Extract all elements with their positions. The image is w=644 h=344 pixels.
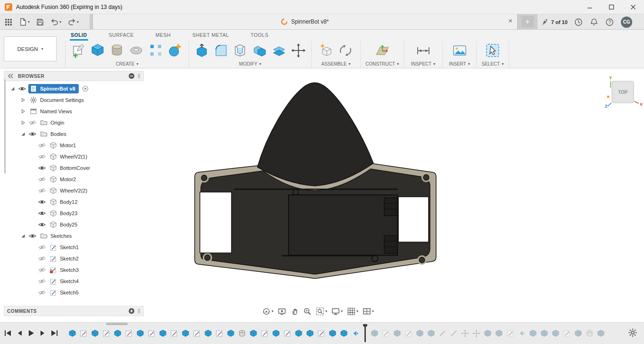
insert-canvas-icon[interactable] xyxy=(452,43,467,58)
marker-handle[interactable] xyxy=(363,324,367,327)
zoom-icon[interactable] xyxy=(303,307,312,316)
timeline-feature-extrude[interactable] xyxy=(204,329,212,337)
step-back-button[interactable] xyxy=(17,330,23,336)
browser-row[interactable]: Motor1 xyxy=(4,140,144,151)
timeline-feature-extrude-rolled[interactable] xyxy=(529,329,537,337)
save-icon[interactable] xyxy=(36,18,44,26)
select-dropdown[interactable]: SELECT▾ xyxy=(482,60,504,68)
press-pull-icon[interactable] xyxy=(194,43,209,58)
modify-dropdown[interactable]: MODIFY▾ xyxy=(239,60,261,68)
timeline-feature-extrude-rolled[interactable] xyxy=(597,329,605,337)
timeline-feature-extrude[interactable] xyxy=(295,329,303,337)
fillet-icon[interactable] xyxy=(214,43,229,58)
timeline-feature-sketch[interactable] xyxy=(261,329,269,337)
browser-row[interactable]: Origin xyxy=(4,117,144,128)
redo-icon[interactable]: ▾ xyxy=(68,18,79,26)
new-component-icon[interactable] xyxy=(319,43,334,58)
workspace-selector[interactable]: DESIGN ▾ xyxy=(4,36,57,61)
browser-row[interactable]: Body25 xyxy=(4,219,144,230)
visibility-eye-icon[interactable] xyxy=(18,85,26,92)
collapse-icon[interactable] xyxy=(20,234,26,238)
browser-row[interactable]: Body12 xyxy=(4,196,144,208)
offset-face-icon[interactable] xyxy=(272,43,287,58)
visibility-eye-icon[interactable] xyxy=(28,131,37,137)
close-tab-icon[interactable]: × xyxy=(508,17,512,24)
viewcube-face-label[interactable]: TOP xyxy=(618,90,628,95)
active-document-tab[interactable]: SpinnerBot v8* × xyxy=(92,14,518,29)
timeline-feature-line-rolled[interactable] xyxy=(438,329,446,337)
shell-icon[interactable] xyxy=(233,43,248,58)
go-to-end-button[interactable] xyxy=(50,330,58,336)
minus-circle-icon[interactable] xyxy=(128,73,135,79)
expand-icon[interactable] xyxy=(20,109,26,114)
visibility-eye-icon[interactable] xyxy=(38,210,46,217)
browser-row[interactable]: Named Views xyxy=(4,106,144,117)
create-dropdown[interactable]: CREATE▾ xyxy=(116,60,139,68)
visibility-eye-icon[interactable] xyxy=(38,176,46,183)
visibility-eye-icon[interactable] xyxy=(38,278,46,285)
browser-row[interactable]: Body23 xyxy=(4,208,144,219)
visibility-eye-icon[interactable] xyxy=(38,142,46,149)
timeline-feature-move-rolled[interactable] xyxy=(472,329,480,337)
visibility-eye-icon[interactable] xyxy=(38,244,46,251)
cylinder-primitive-icon[interactable] xyxy=(110,43,125,58)
browser-row[interactable]: Document Settings xyxy=(4,94,144,106)
inspect-dropdown[interactable]: INSPECT▾ xyxy=(411,60,435,68)
maximize-button[interactable] xyxy=(601,0,622,14)
timeline-feature-extrude[interactable] xyxy=(182,329,190,337)
timeline-feature-extrude-rolled[interactable] xyxy=(393,329,401,337)
orbit-icon[interactable]: ▾ xyxy=(262,307,273,316)
create-sketch-icon[interactable] xyxy=(71,43,86,58)
browser-scrollbar[interactable] xyxy=(4,79,6,174)
timeline-feature-extrude-rolled[interactable] xyxy=(495,329,503,337)
tab-surface[interactable]: SURFACE xyxy=(108,30,135,41)
help-icon[interactable]: ? xyxy=(605,18,614,26)
timeline-feature-sketch[interactable] xyxy=(125,329,133,337)
close-button[interactable] xyxy=(622,0,644,14)
timeline-feature-extrude[interactable] xyxy=(272,329,280,337)
panel-drag-handle[interactable] xyxy=(138,308,140,314)
go-to-start-button[interactable] xyxy=(4,330,12,336)
tab-tools[interactable]: TOOLS xyxy=(250,30,270,41)
timeline-position-marker[interactable] xyxy=(364,324,366,342)
timeline-feature-extrude[interactable] xyxy=(306,329,314,337)
timeline-feature-extrude[interactable] xyxy=(114,329,122,337)
timeline-feature-extrude[interactable] xyxy=(329,329,337,337)
file-menu-icon[interactable]: ▾ xyxy=(19,18,30,26)
timeline-feature-extrude-rolled[interactable] xyxy=(371,329,379,337)
collapse-icon[interactable] xyxy=(20,132,26,136)
browser-row[interactable]: Sketch2 xyxy=(4,253,144,264)
browser-row[interactable]: WheelV2(1) xyxy=(4,151,144,162)
timeline-feature-sketch-rolled[interactable] xyxy=(405,329,413,337)
app-launcher-icon[interactable] xyxy=(5,18,12,26)
visibility-eye-icon[interactable] xyxy=(38,289,46,296)
tab-mesh[interactable]: MESH xyxy=(155,30,172,41)
timeline-feature-extrude[interactable] xyxy=(91,329,99,337)
browser-row[interactable]: Sketch4 xyxy=(4,276,144,287)
pan-icon[interactable] xyxy=(290,307,299,316)
new-tab-button[interactable]: + xyxy=(521,16,534,27)
visibility-eye-icon[interactable] xyxy=(38,255,46,262)
timeline-feature-extrude[interactable] xyxy=(227,329,235,337)
pattern-icon[interactable] xyxy=(149,43,164,58)
timeline-feature-extrude-rolled[interactable] xyxy=(540,329,548,337)
timeline-feature-extrude-rolled[interactable] xyxy=(574,329,582,337)
construct-dropdown[interactable]: CONSTRUCT▾ xyxy=(365,60,399,68)
browser-row[interactable]: Sketch5 xyxy=(4,287,144,298)
plus-circle-icon[interactable] xyxy=(128,308,135,314)
timeline-scrollbar[interactable] xyxy=(106,323,128,325)
torus-primitive-icon[interactable] xyxy=(129,43,144,58)
browser-row[interactable]: BottomCover xyxy=(4,162,144,174)
look-at-icon[interactable] xyxy=(278,307,286,316)
timeline-feature-hole-rolled[interactable] xyxy=(586,329,594,337)
visibility-eye-icon[interactable] xyxy=(38,199,46,205)
timeline-feature-sketch[interactable] xyxy=(317,329,325,337)
collapse-icon[interactable] xyxy=(9,86,16,91)
browser-panel-header[interactable]: BROWSER xyxy=(4,71,144,81)
visibility-eye-icon[interactable] xyxy=(38,267,46,273)
timeline-feature-extrude-rolled[interactable] xyxy=(416,329,424,337)
activate-radio-icon[interactable] xyxy=(82,85,89,92)
undo-icon[interactable]: ▾ xyxy=(50,18,61,26)
browser-row[interactable]: Sketch1 xyxy=(4,242,144,253)
display-settings-icon[interactable]: ▾ xyxy=(331,307,343,316)
